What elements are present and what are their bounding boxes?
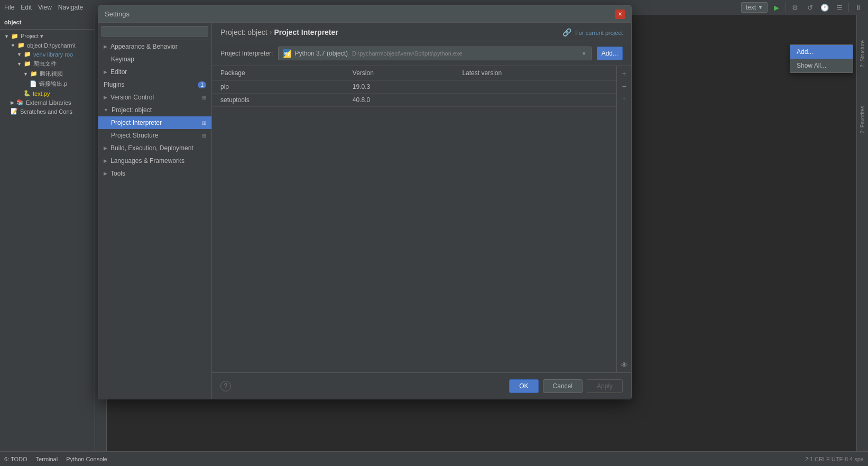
nav-search-container xyxy=(98,23,211,40)
interpreter-label: Project Interpreter: xyxy=(220,50,273,57)
col-package: Package xyxy=(212,66,344,80)
side-tab-favorites[interactable]: 2: Favorites xyxy=(858,102,866,138)
tab-todo[interactable]: 6: TODO xyxy=(4,456,27,462)
dropdown-show-all[interactable]: Show All... xyxy=(790,59,853,72)
nav-keymap[interactable]: Keymap xyxy=(98,53,211,66)
ide-bottom-bar: 6: TODO Terminal Python Console 2:1 CRLF… xyxy=(0,451,868,466)
interpreter-row: Project Interpreter: Py Python 3.7 (obje… xyxy=(212,41,631,66)
help-button[interactable]: ? xyxy=(220,381,231,391)
menu-navigate[interactable]: Navigate xyxy=(58,4,83,11)
refresh-icon[interactable]: ↺ xyxy=(804,2,816,13)
tree-scratches[interactable]: 📝 Scratches and Cons xyxy=(0,107,95,116)
tree-project[interactable]: ▼ 📁 Project ▾ xyxy=(0,32,95,41)
top-toolbar: text ▼ ▶ ⚙ ↺ 🕐 ☰ ⏸ xyxy=(737,0,868,15)
tree-tencent[interactable]: ▼ 📁 腾讯视频 xyxy=(0,69,95,79)
pkg-version-setuptools: 40.8.0 xyxy=(344,94,454,107)
nav-project-object[interactable]: ▼ Project: object xyxy=(98,104,211,116)
left-panel: object ▼ 📁 Project ▾ ▼ 📁 object D:\pycha… xyxy=(0,15,95,466)
pkg-version-pip: 19.0.3 xyxy=(344,80,454,94)
packages-table: Package Version Latest version pip 19.0.… xyxy=(212,66,616,107)
eye-button[interactable]: 👁 xyxy=(619,360,630,370)
tree-venv[interactable]: ▼ 📁 venv library roo xyxy=(0,50,95,59)
dialog-footer: ? OK Cancel Apply xyxy=(212,372,631,399)
nav-search-input[interactable] xyxy=(101,26,208,36)
nav-tools[interactable]: ▶ Tools xyxy=(98,167,211,180)
table-row[interactable]: pip 19.0.3 xyxy=(212,80,616,94)
breadcrumb-parent: Project: object xyxy=(220,28,267,36)
interpreter-path: D:\pycharm\object\venv\Scripts\python.ex… xyxy=(352,50,462,57)
tree-spider[interactable]: ▼ 📁 爬虫文件 xyxy=(0,59,95,69)
pkg-name-pip: pip xyxy=(212,80,344,94)
text-dropdown[interactable]: text ▼ xyxy=(741,2,768,13)
col-version: Version xyxy=(344,66,454,80)
menu-view[interactable]: View xyxy=(38,4,52,11)
remove-row-button[interactable]: − xyxy=(619,81,630,92)
breadcrumb-separator: › xyxy=(270,28,272,36)
dialog-title: Settings xyxy=(105,10,615,18)
pkg-latest-setuptools xyxy=(454,94,616,107)
menu-file[interactable]: File xyxy=(4,4,14,11)
python-icon: Py xyxy=(283,49,291,58)
menu-edit[interactable]: Edit xyxy=(21,4,32,11)
tab-terminal[interactable]: Terminal xyxy=(36,456,58,462)
dialog-content: Project: object › Project Interpreter 🔗 … xyxy=(212,23,631,399)
cancel-button[interactable]: Cancel xyxy=(543,379,583,393)
list-icon[interactable]: ☰ xyxy=(834,2,845,13)
update-row-button[interactable]: ↑ xyxy=(619,94,630,104)
clock-icon[interactable]: 🕐 xyxy=(819,2,830,13)
status-right: 2:1 CRLF UTF-8 4 spa xyxy=(805,456,864,462)
settings-dialog: Settings ✕ ▶ Appearance & Behavior Keyma… xyxy=(98,5,632,399)
pkg-latest-pip xyxy=(454,80,616,94)
ok-button[interactable]: OK xyxy=(509,379,538,393)
interpreter-select[interactable]: Py Python 3.7 (object) D:\pycharm\object… xyxy=(278,47,591,60)
nav-project-structure[interactable]: Project Structure ⊞ xyxy=(98,129,211,142)
dialog-nav: ▶ Appearance & Behavior Keymap ▶ Editor … xyxy=(98,23,212,399)
breadcrumb: Project: object › Project Interpreter xyxy=(220,28,338,36)
right-strip: 2: Structure 2: Favorites xyxy=(856,15,868,451)
apply-button[interactable]: Apply xyxy=(587,379,623,393)
project-panel-title: object xyxy=(0,15,95,30)
add-dropdown: Add... Show All... xyxy=(790,44,853,73)
dialog-body: ▶ Appearance & Behavior Keymap ▶ Editor … xyxy=(98,23,631,399)
run-button[interactable]: ▶ xyxy=(771,2,782,13)
add-package-button[interactable]: Add... xyxy=(597,47,623,60)
breadcrumb-current: Project Interpreter xyxy=(274,28,338,36)
close-button[interactable]: ✕ xyxy=(615,10,625,19)
add-button-container: Add... xyxy=(597,47,623,60)
pkg-name-setuptools: setuptools xyxy=(212,94,344,107)
toolbar-divider2 xyxy=(848,3,849,12)
dialog-titlebar: Settings ✕ xyxy=(98,6,631,23)
tree-links-file[interactable]: 📄 链接输出.p xyxy=(0,79,95,89)
col-latest: Latest version xyxy=(454,66,616,80)
nav-appearance[interactable]: ▶ Appearance & Behavior xyxy=(98,40,211,53)
for-current-project-link[interactable]: 🔗 For current project xyxy=(562,28,623,36)
pause-icon[interactable]: ⏸ xyxy=(852,2,864,13)
tree-object-folder[interactable]: ▼ 📁 object D:\pycharm\ xyxy=(0,41,95,50)
package-table: Package Version Latest version pip 19.0.… xyxy=(212,66,616,372)
tree-text-py[interactable]: 🐍 text.py xyxy=(0,89,95,98)
chevron-down-icon: ▼ xyxy=(581,51,587,57)
nav-version-control[interactable]: ▶ Version Control ⊞ xyxy=(98,91,211,104)
table-actions: + − ↑ 👁 xyxy=(616,66,631,372)
nav-languages[interactable]: ▶ Languages & Frameworks xyxy=(98,154,211,167)
content-header: Project: object › Project Interpreter 🔗 … xyxy=(212,23,631,41)
table-row[interactable]: setuptools 40.8.0 xyxy=(212,94,616,107)
toolbar-divider xyxy=(786,3,786,12)
tab-python-console[interactable]: Python Console xyxy=(66,456,107,462)
package-table-container: Package Version Latest version pip 19.0.… xyxy=(212,66,631,372)
side-tab-structure[interactable]: 2: Structure xyxy=(858,36,866,72)
project-tree: ▼ 📁 Project ▾ ▼ 📁 object D:\pycharm\ ▼ 📁… xyxy=(0,30,95,466)
settings-icon[interactable]: ⚙ xyxy=(789,2,801,13)
add-row-button[interactable]: + xyxy=(619,68,630,79)
nav-editor[interactable]: ▶ Editor xyxy=(98,66,211,78)
nav-build-exec[interactable]: ▶ Build, Execution, Deployment xyxy=(98,142,211,154)
interpreter-python-name: Python 3.7 (object) xyxy=(294,50,348,57)
nav-plugins[interactable]: Plugins 1 xyxy=(98,78,211,91)
tree-external-libs[interactable]: ▶ 📚 External Libraries xyxy=(0,98,95,107)
dropdown-add[interactable]: Add... xyxy=(790,45,853,59)
nav-project-interpreter[interactable]: Project Interpreter ⊞ xyxy=(98,116,211,129)
